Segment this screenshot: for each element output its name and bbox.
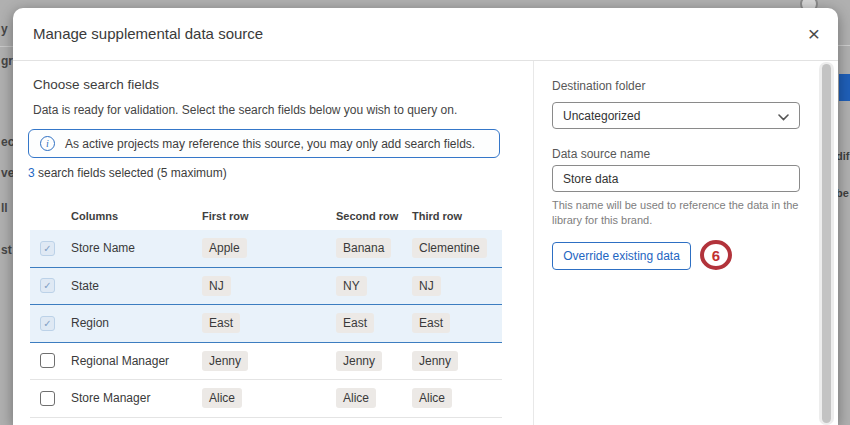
background-blue-button-fragment bbox=[839, 74, 850, 101]
value-chip: Apple bbox=[202, 238, 247, 258]
field-name: Regional Manager bbox=[71, 354, 202, 368]
value-chip: Jenny bbox=[336, 351, 382, 371]
scrollbar-track bbox=[819, 62, 834, 425]
column-header: Second row bbox=[336, 210, 412, 222]
info-icon: i bbox=[40, 136, 55, 151]
field-name: Region bbox=[71, 316, 202, 330]
checkbox-cell: ✓ bbox=[30, 278, 71, 293]
value-chip: Alice bbox=[202, 388, 242, 408]
column-header: Third row bbox=[412, 210, 502, 222]
helper-text: This name will be used to reference the … bbox=[552, 198, 810, 229]
value-chip: Clementine bbox=[412, 238, 487, 258]
sample-value-cell: East bbox=[202, 313, 336, 333]
value-chip: NJ bbox=[412, 276, 441, 296]
dialog-title: Manage supplemental data source bbox=[33, 25, 263, 42]
checkbox-cell: ✓ bbox=[30, 241, 71, 256]
close-button[interactable]: × bbox=[801, 20, 827, 46]
sample-value-cell: Jenny bbox=[336, 351, 412, 371]
sample-value-cell: NJ bbox=[412, 276, 502, 296]
selected-count-number: 3 bbox=[28, 166, 35, 180]
value-chip: Jenny bbox=[412, 351, 458, 371]
sample-value-cell: Clementine bbox=[412, 238, 502, 258]
destination-folder-select[interactable]: Uncategorized bbox=[552, 102, 800, 129]
background-divider bbox=[838, 45, 850, 46]
chevron-down-icon bbox=[778, 107, 789, 125]
sample-value-cell: Alice bbox=[412, 388, 502, 408]
data-source-name-input[interactable] bbox=[552, 165, 800, 192]
annotation-circle: 6 bbox=[700, 240, 732, 270]
background-text-fragment: y bbox=[1, 22, 8, 36]
sample-value-cell: Apple bbox=[202, 238, 336, 258]
row-checkbox[interactable] bbox=[40, 391, 55, 406]
checkbox-cell bbox=[30, 353, 71, 368]
sample-value-cell: Alice bbox=[336, 388, 412, 408]
sample-value-cell: Alice bbox=[202, 388, 336, 408]
destination-folder-value: Uncategorized bbox=[563, 109, 640, 123]
background-text-fragment: dif bbox=[836, 150, 849, 162]
sample-value-cell: NY bbox=[336, 276, 412, 296]
value-chip: East bbox=[202, 313, 240, 333]
row-checkbox[interactable]: ✓ bbox=[40, 241, 55, 256]
value-chip: Alice bbox=[412, 388, 452, 408]
selected-count-text: search fields selected (5 maximum) bbox=[35, 166, 227, 180]
value-chip: East bbox=[412, 313, 450, 333]
destination-folder-label: Destination folder bbox=[552, 79, 645, 93]
scrollbar-thumb[interactable] bbox=[822, 64, 831, 423]
table-row: Store ManagerAliceAliceAlice bbox=[30, 380, 502, 418]
annotation-number: 6 bbox=[712, 247, 720, 264]
column-header: Columns bbox=[71, 210, 202, 222]
value-chip: Jenny bbox=[202, 351, 248, 371]
row-checkbox[interactable]: ✓ bbox=[40, 316, 55, 331]
value-chip: East bbox=[336, 313, 374, 333]
table-row: ✓Store NameAppleBananaClementine bbox=[30, 230, 502, 268]
section-description: Data is ready for validation. Select the… bbox=[33, 103, 457, 117]
table-header-row: ColumnsFirst rowSecond rowThird row bbox=[30, 201, 502, 230]
background-text-fragment: st bbox=[1, 243, 12, 257]
screen: ygroectverllstdifbe Manage supplemental … bbox=[0, 0, 850, 425]
info-alert: i As active projects may reference this … bbox=[28, 129, 500, 158]
field-name: Store Manager bbox=[71, 391, 202, 405]
value-chip: NY bbox=[336, 276, 367, 296]
value-chip: NJ bbox=[202, 276, 231, 296]
manage-supplemental-data-source-dialog: Manage supplemental data source × Choose… bbox=[13, 8, 838, 425]
checkbox-cell: ✓ bbox=[30, 316, 71, 331]
header-divider bbox=[13, 60, 838, 61]
background-divider bbox=[0, 46, 13, 47]
selected-count: 3 search fields selected (5 maximum) bbox=[28, 166, 227, 180]
table-body: ✓Store NameAppleBananaClementine✓StateNJ… bbox=[30, 230, 502, 418]
column-header: First row bbox=[202, 210, 336, 222]
override-existing-data-button[interactable]: Override existing data bbox=[552, 242, 691, 270]
value-chip: Banana bbox=[336, 238, 391, 258]
table-row: Regional ManagerJennyJennyJenny bbox=[30, 343, 502, 381]
row-checkbox[interactable]: ✓ bbox=[40, 278, 55, 293]
sample-value-cell: Banana bbox=[336, 238, 412, 258]
fields-table: ColumnsFirst rowSecond rowThird row ✓Sto… bbox=[30, 201, 502, 418]
section-heading: Choose search fields bbox=[33, 77, 159, 92]
sample-value-cell: NJ bbox=[202, 276, 336, 296]
checkbox-cell bbox=[30, 391, 71, 406]
sample-value-cell: Jenny bbox=[412, 351, 502, 371]
info-alert-text: As active projects may reference this so… bbox=[65, 137, 475, 151]
value-chip: Alice bbox=[336, 388, 376, 408]
data-source-name-label: Data source name bbox=[552, 147, 650, 161]
panel-divider bbox=[533, 61, 534, 425]
sample-value-cell: East bbox=[412, 313, 502, 333]
sample-value-cell: East bbox=[336, 313, 412, 333]
table-row: ✓RegionEastEastEast bbox=[30, 305, 502, 343]
table-row: ✓StateNJNYNJ bbox=[30, 268, 502, 306]
close-icon: × bbox=[808, 23, 820, 44]
background-text-fragment: ll bbox=[1, 201, 8, 215]
row-checkbox[interactable] bbox=[40, 353, 55, 368]
field-name: Store Name bbox=[71, 241, 202, 255]
sample-value-cell: Jenny bbox=[202, 351, 336, 371]
field-name: State bbox=[71, 279, 202, 293]
